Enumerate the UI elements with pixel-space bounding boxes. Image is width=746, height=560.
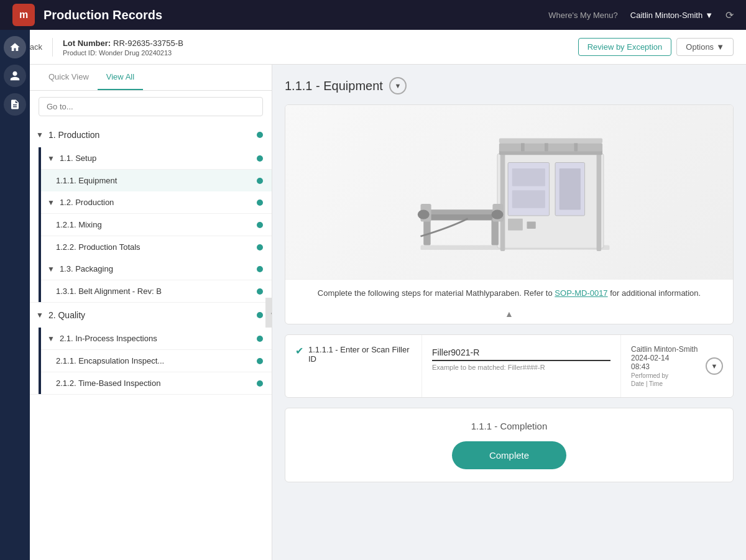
chevron-down-icon: ▼ bbox=[47, 334, 55, 343]
where-my-menu-link[interactable]: Where's My Menu? bbox=[548, 11, 618, 20]
status-dot bbox=[257, 380, 263, 387]
production12-subsection: ▼ 1.2. Production 1.2.1. Mixing 1. bbox=[39, 191, 272, 258]
refresh-icon[interactable]: ⟳ bbox=[725, 9, 734, 21]
quality-label: 2. Quality bbox=[48, 310, 85, 320]
left-panel: Quick View View All ▼ 1. Production bbox=[30, 65, 272, 560]
belt-alignment-label: 1.3.1. Belt Alignment - Rev: B bbox=[56, 287, 162, 296]
collapse-card-button[interactable]: ▲ bbox=[285, 304, 733, 324]
svg-rect-11 bbox=[421, 210, 504, 215]
chevron-down-icon: ▼ bbox=[47, 154, 55, 163]
svg-rect-13 bbox=[492, 219, 499, 246]
chevron-down-icon: ▼ bbox=[47, 198, 55, 207]
completion-title: 1.1.1 - Completion bbox=[298, 421, 721, 431]
form-hint: Example to be matched: Filler####-R bbox=[432, 364, 610, 371]
packaging-label: 1.3. Packaging bbox=[60, 264, 113, 273]
svg-rect-7 bbox=[512, 168, 545, 186]
section-title: 1.1.1 - Equipment bbox=[285, 79, 383, 93]
lot-info: Lot Number: RR-92635-33755-B Product ID:… bbox=[52, 38, 183, 57]
filler-id-input[interactable] bbox=[432, 345, 610, 361]
production-label: 1. Production bbox=[48, 130, 100, 140]
tab-view-all[interactable]: View All bbox=[98, 65, 143, 90]
chevron-down-icon: ▼ bbox=[47, 265, 55, 273]
equipment-label: 1.1.1. Equipment bbox=[56, 176, 117, 185]
meta-info: Caitlin Minton-Smith 2024-02-14 08:43 Pe… bbox=[631, 345, 701, 387]
user-menu[interactable]: Caitlin Minton-Smith ▼ bbox=[630, 11, 713, 20]
status-dot bbox=[257, 200, 263, 206]
time-value: 08:43 bbox=[631, 362, 701, 371]
person-icon[interactable] bbox=[4, 65, 26, 87]
sop-link[interactable]: SOP-MD-0017 bbox=[555, 288, 607, 298]
mixing-leaf[interactable]: 1.2.1. Mixing bbox=[41, 213, 272, 236]
home-icon[interactable] bbox=[4, 36, 26, 58]
form-label-col: ✔ 1.1.1.1 - Enter or Scan Filler ID bbox=[285, 335, 422, 397]
equipment-leaf[interactable]: 1.1.1. Equipment bbox=[41, 169, 272, 191]
status-dot bbox=[257, 336, 263, 342]
setup-subsection: ▼ 1.1. Setup 1.1.1. Equipment bbox=[39, 147, 272, 191]
svg-rect-20 bbox=[499, 143, 602, 151]
panel-tabs: Quick View View All bbox=[30, 65, 272, 91]
section-dropdown-button[interactable]: ▼ bbox=[389, 77, 407, 94]
status-dot bbox=[257, 312, 263, 318]
app-title: Production Records bbox=[44, 8, 162, 22]
production-totals-leaf[interactable]: 1.2.2. Production Totals bbox=[41, 236, 272, 258]
quality-section-header[interactable]: ▼ 2. Quality bbox=[30, 303, 272, 328]
quality-header-left: ▼ 2. Quality bbox=[36, 310, 85, 320]
chevron-down-icon: ▼ bbox=[36, 131, 44, 139]
production12-header[interactable]: ▼ 1.2. Production bbox=[41, 191, 272, 213]
tab-quick-view[interactable]: Quick View bbox=[40, 65, 98, 90]
svg-rect-24 bbox=[499, 139, 602, 144]
status-dot bbox=[257, 155, 263, 162]
review-by-exception-button[interactable]: Review by Exception bbox=[578, 38, 672, 56]
prod-totals-left: 1.2.2. Production Totals bbox=[56, 242, 140, 252]
completion-card: 1.1.1 - Completion Complete bbox=[285, 408, 734, 482]
svg-rect-2 bbox=[500, 151, 505, 252]
form-field-label: 1.1.1.1 - Enter or Scan Filler ID bbox=[308, 345, 412, 364]
svg-point-16 bbox=[418, 210, 430, 219]
section-title-bar: 1.1.1 - Equipment ▼ bbox=[285, 77, 734, 94]
options-button[interactable]: Options ▼ bbox=[676, 38, 734, 56]
production-header-left: ▼ 1. Production bbox=[36, 130, 99, 140]
mixing-leaf-left: 1.2.1. Mixing bbox=[56, 220, 102, 229]
complete-button[interactable]: Complete bbox=[452, 441, 566, 469]
form-input-col: Example to be matched: Filler####-R bbox=[422, 335, 621, 397]
options-label: Options bbox=[686, 42, 714, 52]
packaging-subsection: ▼ 1.3. Packaging 1.3.1. Belt Alignment -… bbox=[39, 258, 272, 302]
tree-section-quality: ▼ 2. Quality ▼ 2.1. In-Process Inspectio… bbox=[30, 303, 272, 395]
belt-alignment-leaf[interactable]: 1.3.1. Belt Alignment - Rev: B bbox=[41, 280, 272, 302]
product-id-row: Product ID: Wonder Drug 20240213 bbox=[63, 49, 183, 57]
collapse-panel-button[interactable]: ❮ bbox=[265, 298, 272, 328]
production12-label: 1.2. Production bbox=[60, 198, 114, 207]
header-left: m Production Records bbox=[12, 4, 162, 26]
encapsulation-leaf[interactable]: 2.1.1. Encapsulation Inspect... bbox=[41, 349, 272, 372]
belt-alignment-left: 1.3.1. Belt Alignment - Rev: B bbox=[56, 287, 162, 296]
performed-by-label: Performed by bbox=[631, 372, 701, 379]
equipment-desc-suffix: for additional information. bbox=[610, 288, 701, 298]
status-dot bbox=[257, 244, 263, 250]
product-id-value: Wonder Drug 20240213 bbox=[99, 49, 172, 57]
svg-rect-3 bbox=[597, 151, 602, 252]
setup-header[interactable]: ▼ 1.1. Setup bbox=[41, 147, 272, 169]
status-dot bbox=[257, 358, 263, 364]
equipment-desc-text: Complete the following steps for materia… bbox=[318, 288, 553, 298]
equipment-card: Complete the following steps for materia… bbox=[285, 104, 734, 324]
time-based-leaf[interactable]: 2.1.2. Time-Based Inspection bbox=[41, 372, 272, 394]
document-icon[interactable] bbox=[4, 93, 26, 116]
packaging-header[interactable]: ▼ 1.3. Packaging bbox=[41, 258, 272, 280]
content-inner: 1.1.1 - Equipment ▼ bbox=[272, 65, 746, 495]
production-section-header[interactable]: ▼ 1. Production bbox=[30, 122, 272, 147]
equipment-description: Complete the following steps for materia… bbox=[285, 279, 733, 304]
status-dot bbox=[257, 178, 263, 184]
setup-label: 1.1. Setup bbox=[60, 154, 96, 163]
production-totals-label: 1.2.2. Production Totals bbox=[56, 242, 140, 252]
tree-container: ▼ 1. Production ▼ 1.1. Setup bbox=[30, 122, 272, 560]
row-expand-button[interactable]: ▼ bbox=[706, 357, 723, 375]
mixing-label: 1.2.1. Mixing bbox=[56, 220, 102, 229]
goto-input[interactable] bbox=[39, 97, 263, 116]
equipment-leaf-left: 1.1.1. Equipment bbox=[56, 176, 117, 185]
chevron-down-icon: ▼ bbox=[705, 11, 713, 20]
side-navigation bbox=[0, 30, 30, 560]
tree-section-production: ▼ 1. Production ▼ 1.1. Setup bbox=[30, 122, 272, 303]
in-process-header[interactable]: ▼ 2.1. In-Process Inspections bbox=[41, 328, 272, 349]
chevron-down-icon: ▼ bbox=[36, 311, 44, 319]
in-process-subsection: ▼ 2.1. In-Process Inspections 2.1.1. Enc… bbox=[39, 328, 272, 394]
